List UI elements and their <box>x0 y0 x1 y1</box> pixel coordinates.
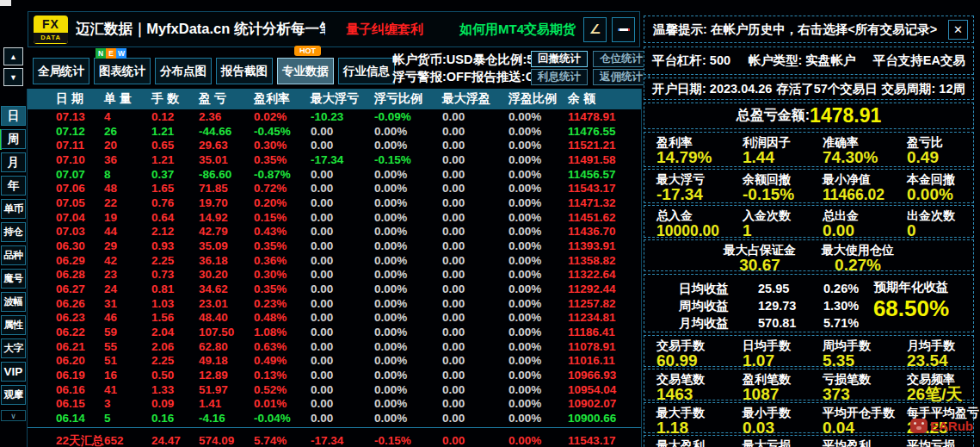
table-row[interactable]: 06.22592.04107.501.08%0.000.00%0.000.00%… <box>28 325 641 339</box>
return-label: 日均收益 <box>679 281 758 297</box>
stat-value: -17.34 <box>656 186 743 203</box>
sidebar-more-icon[interactable]: ∨ <box>1 410 26 421</box>
table-row[interactable]: 07.1340.122.360.02%-10.23-0.09%0.000.00%… <box>28 109 641 124</box>
table-row[interactable]: 06.21552.0662.800.63%0.000.00%0.000.00%1… <box>28 339 641 354</box>
table-row[interactable]: 06.27240.8134.620.35%0.000.00%0.000.00%1… <box>28 282 641 296</box>
cell: 36 <box>104 153 151 166</box>
tab-5[interactable]: 行业信息 <box>338 58 395 84</box>
table-row[interactable]: 06.29422.2536.180.36%0.000.00%0.000.00%1… <box>28 253 641 268</box>
return-value: 570.81 <box>758 316 823 330</box>
count-stats-box: 交易笔数1463盈利笔数1087亏损笔数373交易频率26笔/天 <box>644 369 974 400</box>
stat-button-3[interactable]: 返佣统计 <box>593 69 650 85</box>
cell: 0.00% <box>374 383 442 396</box>
cell: 0.37 <box>151 168 199 181</box>
scroll-up-button[interactable]: ▲ <box>3 47 23 65</box>
summary-cell: 5.74% <box>254 434 311 447</box>
ad-link-green[interactable]: 如何用MT4交易期货 <box>459 22 576 38</box>
cell: 0.00 <box>311 254 374 267</box>
sidebar-item-5[interactable]: 持仓 <box>1 222 26 242</box>
tab-3[interactable]: 报告截图 <box>216 58 273 84</box>
table-row[interactable]: 06.23461.5648.400.48%0.000.00%0.000.00%1… <box>28 310 641 325</box>
sidebar-item-0[interactable]: 日 <box>1 106 26 126</box>
cell: 10966.93 <box>568 369 641 382</box>
table-row[interactable]: 07.06481.6571.850.72%0.000.00%0.000.00%1… <box>28 181 641 196</box>
toolbar: 全局统计NEW图表统计分布点图报告截图HOT专业数据行业信息 帐户货币:USD暴… <box>28 48 640 88</box>
sidebar-item-10[interactable]: 大字 <box>1 338 26 358</box>
sidebar-item-6[interactable]: 品种 <box>1 245 26 265</box>
scroll-down-button[interactable]: ▼ <box>3 68 23 86</box>
stat-button-1[interactable]: 仓位统计 <box>593 51 650 67</box>
table-row[interactable]: 07.10361.2135.010.35%-17.34-0.15%0.000.0… <box>28 152 641 167</box>
cell: 3 <box>104 397 151 410</box>
table-row[interactable]: 06.1530.091.410.01%0.000.00%0.000.00%109… <box>28 396 641 411</box>
cell: 23.01 <box>199 297 254 310</box>
cell: 0.93 <box>151 239 199 252</box>
sidebar-item-12[interactable]: 观摩 <box>1 385 26 405</box>
table-row[interactable]: 06.1450.16-4.16-0.04%0.000.00%0.000.00%1… <box>28 411 641 425</box>
sidebar-item-3[interactable]: 年 <box>1 176 26 196</box>
stat-label: 平均盈利 <box>823 438 907 447</box>
tab-2[interactable]: 分布点图 <box>155 58 212 84</box>
cell: 0.00 <box>442 326 508 338</box>
table-row[interactable]: 06.16411.3351.970.52%0.000.00%0.000.00%1… <box>28 382 641 397</box>
sidebar-item-11[interactable]: VIP <box>1 362 26 382</box>
cell: 11451.62 <box>568 211 641 224</box>
cell: 1.41 <box>199 397 254 410</box>
cell: 0.09 <box>151 397 199 410</box>
table-row[interactable]: 06.26311.0323.010.23%0.000.00%0.000.00%1… <box>28 296 641 311</box>
sidebar-item-4[interactable]: 单币 <box>1 199 26 219</box>
sidebar-item-2[interactable]: 月 <box>1 152 26 172</box>
tab-0[interactable]: 全局统计 <box>33 58 89 84</box>
cell: 20 <box>104 139 151 152</box>
info-part: 开户日期: 2023.04.26 <box>652 81 772 97</box>
sidebar-item-9[interactable]: 属性 <box>1 315 26 335</box>
cell: 0.00 <box>311 168 374 181</box>
cell: -0.87% <box>254 168 311 181</box>
summary-cell: 22天汇总 <box>56 433 104 447</box>
header-cell: 余 额 <box>568 91 641 107</box>
stat-value: 30.67 <box>724 257 796 274</box>
table-row[interactable]: 06.19160.5012.890.13%0.000.00%0.000.00%1… <box>28 368 641 382</box>
cell: 0.00% <box>374 297 442 310</box>
cell: 06.19 <box>56 369 104 382</box>
ad-link-red[interactable]: 量子纠缠套利 <box>346 22 423 38</box>
table-row[interactable]: 07.11200.6529.630.30%0.000.00%0.000.00%1… <box>28 138 641 152</box>
table-row[interactable]: 07.03442.1242.790.43%0.000.00%0.000.00%1… <box>28 224 641 239</box>
tab-4[interactable]: 专业数据 <box>277 58 334 84</box>
table-row[interactable]: 07.0780.37-86.60-0.87%0.000.00%0.000.00%… <box>28 167 641 182</box>
table-row[interactable]: 06.30290.9335.090.35%0.000.00%0.000.00%1… <box>28 239 641 253</box>
cell: 0.00% <box>508 153 568 166</box>
tab-wrap-4: HOT专业数据 <box>277 58 334 84</box>
cell: -0.15% <box>374 153 442 166</box>
cell: 07.04 <box>56 211 104 224</box>
tab-wrap-0: 全局统计 <box>33 58 89 84</box>
table-row[interactable]: 06.28230.7330.200.30%0.000.00%0.000.00%1… <box>28 267 641 282</box>
minimize-button[interactable] <box>612 17 635 42</box>
tab-1[interactable]: 图表统计 <box>94 58 151 84</box>
cell: 06.27 <box>56 282 104 295</box>
cell: 35.01 <box>199 153 254 166</box>
table-row[interactable]: 07.04190.6414.920.15%0.000.00%0.000.00%1… <box>28 210 641 225</box>
stat-button-0[interactable]: 回撤统计 <box>531 51 588 67</box>
margin-stats-box: 最大占保证金30.67最大使用仓位0.27% <box>644 239 974 271</box>
sidebar-item-7[interactable]: 魔号 <box>1 269 26 289</box>
stat-label: 盈亏比 <box>907 135 973 149</box>
sidebar-item-8[interactable]: 波幅 <box>1 292 26 312</box>
stat-button-2[interactable]: 利息统计 <box>531 69 588 85</box>
sidebar-item-1[interactable]: 周 <box>1 129 26 149</box>
daily-stats-table: 日 期单 量手 数盈 亏盈利率最大浮亏浮亏比例最大浮盈浮盈比例余 额 07.13… <box>27 89 642 447</box>
chart-angle-button[interactable]: ∠ <box>583 17 607 42</box>
cell: 0.00% <box>508 211 568 224</box>
close-button[interactable]: ✕ <box>948 20 968 40</box>
stat-label: 盈利笔数 <box>743 372 823 386</box>
cell: 07.05 <box>56 196 104 209</box>
cell: 0.00% <box>508 354 568 367</box>
table-row[interactable]: 07.12261.21-44.66-0.45%0.000.00%0.000.00… <box>28 124 641 139</box>
cell: 0.73 <box>151 268 199 281</box>
table-row[interactable]: 06.20512.2549.180.49%0.000.00%0.000.00%1… <box>28 353 641 368</box>
cell: 0.00 <box>311 340 374 353</box>
info-part: 存活了57个交易日 <box>776 81 878 97</box>
table-row[interactable]: 07.05220.7619.700.20%0.000.00%0.000.00%1… <box>28 196 641 210</box>
cell: 0.49% <box>254 354 311 367</box>
stat-cell: 交易频率26笔/天 <box>907 372 973 403</box>
